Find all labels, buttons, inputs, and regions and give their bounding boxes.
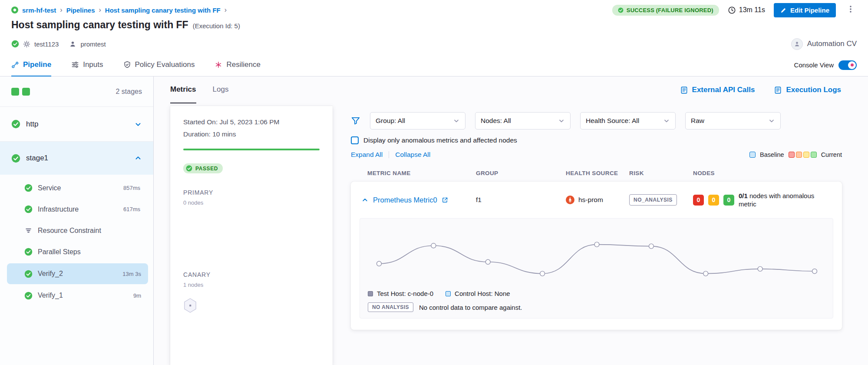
tab-policy-label: Policy Evaluations xyxy=(135,60,195,69)
canary-node-count: 1 nodes xyxy=(183,282,320,288)
tab-resilience[interactable]: Resilience xyxy=(215,54,260,76)
app-root: srm-hf-test Pipelines Host sampling cana… xyxy=(0,0,868,365)
execution-tabs: Pipeline Inputs Policy Evaluations Resil… xyxy=(0,54,868,76)
stage-status-squares xyxy=(11,88,30,96)
no-analysis-badge: NO ANALYSIS xyxy=(368,302,413,312)
chart-legend: Baseline Current xyxy=(749,151,842,158)
stage-row-http[interactable]: http xyxy=(0,107,153,142)
breadcrumb-separator-icon xyxy=(224,6,227,14)
policy-shield-icon xyxy=(123,61,131,69)
step-row-service[interactable]: Service 857ms xyxy=(0,177,153,199)
passed-badge: PASSED xyxy=(183,163,223,173)
control-host-legend: Control Host: None xyxy=(446,290,510,297)
stage-status-square xyxy=(11,88,19,96)
step-row-parallel-steps[interactable]: Parallel Steps xyxy=(0,241,153,262)
expand-all-link[interactable]: Expand All xyxy=(351,151,383,159)
metric-group-cell: f1 xyxy=(476,196,566,204)
chart-data-point[interactable] xyxy=(649,244,653,249)
collapse-row-chevron-icon[interactable] xyxy=(361,196,369,204)
chart-data-point[interactable] xyxy=(431,243,436,248)
nodes-filter-dropdown[interactable]: Nodes: All xyxy=(475,112,571,129)
step-row-resource-constraint[interactable]: Resource Constraint xyxy=(0,220,153,241)
step-row-infrastructure[interactable]: Infrastructure 617ms xyxy=(0,199,153,220)
environment-name[interactable]: promtest xyxy=(80,40,106,48)
tab-inputs[interactable]: Inputs xyxy=(71,54,103,76)
service-name[interactable]: test1123 xyxy=(34,40,59,48)
stage-name: http xyxy=(26,120,129,129)
chevron-down-icon[interactable] xyxy=(134,120,142,128)
chart-data-point[interactable] xyxy=(758,266,762,271)
column-group: GROUP xyxy=(476,170,566,176)
verification-tabs-row: Metrics Logs External API Calls Executio… xyxy=(154,76,868,103)
column-metric-name: METRIC NAME xyxy=(361,170,476,176)
stage-row-stage1[interactable]: stage1 xyxy=(0,142,153,175)
filter-row: Group: All Nodes: All Health Source: All xyxy=(351,112,842,129)
stage-name: stage1 xyxy=(26,154,129,163)
chevron-down-icon xyxy=(663,117,670,124)
tab-logs[interactable]: Logs xyxy=(213,76,229,103)
step-row-verify-1[interactable]: Verify_1 9m xyxy=(7,285,148,306)
more-options-icon[interactable] xyxy=(845,4,857,16)
metric-table-header: METRIC NAME GROUP HEALTH SOURCE RISK NOD… xyxy=(351,170,842,176)
collapse-all-link[interactable]: Collapse All xyxy=(395,151,430,159)
stage-summary: 2 stages xyxy=(0,76,153,107)
tab-resilience-label: Resilience xyxy=(226,60,260,69)
step-row-verify-2[interactable]: Verify_2 13m 3s xyxy=(7,263,148,284)
test-host-legend: Test Host: c-node-0 xyxy=(368,290,433,297)
chart-data-point[interactable] xyxy=(812,269,817,274)
chart-data-point[interactable] xyxy=(540,271,545,276)
unhealthy-node-count[interactable]: 0 xyxy=(693,195,704,206)
view-mode-dropdown[interactable]: Raw xyxy=(685,112,781,129)
tab-policy-evaluations[interactable]: Policy Evaluations xyxy=(123,54,195,76)
stage-count: 2 stages xyxy=(116,88,142,96)
nodes-summary-text: nodes with anomalous metric xyxy=(739,192,814,208)
anomalous-checkbox[interactable] xyxy=(351,136,359,144)
column-nodes: NODES xyxy=(693,170,832,176)
execution-logs-link[interactable]: Execution Logs xyxy=(774,86,841,94)
check-circle-icon xyxy=(24,184,33,192)
breadcrumb-pipeline-name[interactable]: Host sampling canary testing with FF xyxy=(105,7,221,14)
avatar xyxy=(791,38,803,50)
tab-pipeline[interactable]: Pipeline xyxy=(11,54,51,76)
warning-node-count[interactable]: 0 xyxy=(708,195,719,206)
test-host-swatch xyxy=(368,291,373,296)
breadcrumb-pipelines[interactable]: Pipelines xyxy=(66,7,95,14)
healthy-node-count[interactable]: 0 xyxy=(723,195,734,206)
primary-node-count: 0 nodes xyxy=(183,199,320,206)
chart-data-point[interactable] xyxy=(485,259,490,264)
stage-status-square xyxy=(22,88,30,96)
canary-node-hexagon[interactable] xyxy=(183,298,320,315)
resilience-icon xyxy=(215,61,222,69)
filter-icon xyxy=(351,116,360,126)
chevron-up-icon[interactable] xyxy=(134,154,142,162)
console-view-toggle[interactable] xyxy=(838,60,857,70)
tab-metrics[interactable]: Metrics xyxy=(170,76,196,103)
legend-orange-swatch xyxy=(796,152,802,158)
execution-id: (Execution Id: 5) xyxy=(193,22,240,30)
chevron-down-icon xyxy=(768,117,775,124)
legend-baseline-swatch xyxy=(749,152,756,158)
step-name: Verify_1 xyxy=(38,292,63,299)
edit-pipeline-button[interactable]: Edit Pipeline xyxy=(774,3,836,17)
check-circle-icon xyxy=(24,205,33,213)
main: 2 stages http stage1 Service 857ms xyxy=(0,76,868,365)
health-source-filter-dropdown[interactable]: Health Source: All xyxy=(580,112,676,129)
chart-data-point[interactable] xyxy=(703,271,708,276)
triggered-by-name: Automation CV xyxy=(807,40,857,48)
breadcrumb-project[interactable]: srm-hf-test xyxy=(22,7,56,14)
verification-duration: Duration: 10 mins xyxy=(183,130,320,138)
nodes-filter-value: Nodes: All xyxy=(481,117,511,125)
prometheus-icon xyxy=(566,196,574,204)
external-api-calls-link[interactable]: External API Calls xyxy=(680,86,755,94)
title-row: Host sampling canary testing with FF (Ex… xyxy=(11,19,857,33)
check-circle-icon xyxy=(11,119,20,129)
external-link-icon[interactable] xyxy=(442,197,448,203)
tab-inputs-label: Inputs xyxy=(83,60,103,69)
chart-data-point[interactable] xyxy=(377,261,382,266)
tab-pipeline-label: Pipeline xyxy=(23,60,51,69)
metric-name-link[interactable]: Prometheus Metric0 xyxy=(373,196,437,204)
step-duration: 13m 3s xyxy=(122,271,141,277)
resource-constraint-icon xyxy=(24,226,33,235)
group-filter-dropdown[interactable]: Group: All xyxy=(370,112,465,129)
chart-data-point[interactable] xyxy=(594,242,599,247)
